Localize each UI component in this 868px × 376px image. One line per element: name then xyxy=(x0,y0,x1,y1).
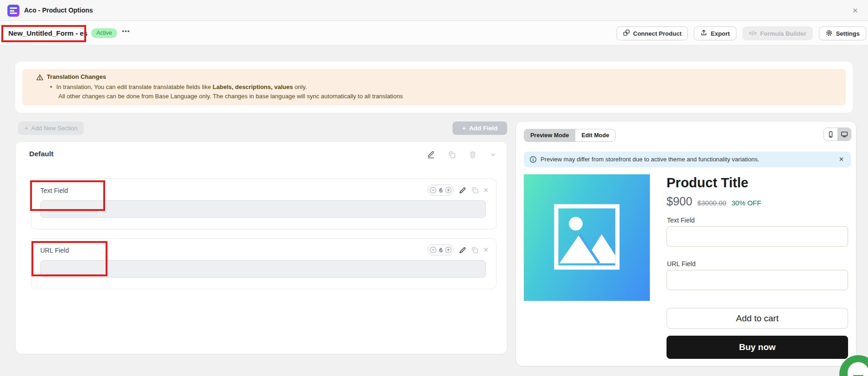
settings-gear-icon xyxy=(825,29,833,38)
discount-badge: 30% OFF xyxy=(731,199,761,207)
plus-icon: + xyxy=(462,125,466,132)
preview-panel: Preview Mode Edit Mode Preview may diffe… xyxy=(516,121,856,366)
text-field-input[interactable] xyxy=(40,200,486,218)
delete-trash-icon[interactable] xyxy=(469,151,477,159)
preview-text-field-input[interactable] xyxy=(667,226,848,247)
duplicate-icon[interactable] xyxy=(448,151,456,159)
url-field-input[interactable] xyxy=(40,260,486,278)
mobile-icon[interactable] xyxy=(824,128,837,140)
field-label: URL Field xyxy=(40,247,69,254)
connect-icon xyxy=(623,29,630,38)
desktop-icon[interactable] xyxy=(837,128,851,140)
mode-tabs: Preview Mode Edit Mode xyxy=(524,129,616,142)
width-value: 6 xyxy=(439,247,442,254)
field-label: Text Field xyxy=(40,187,68,194)
field-row-text-field: Text Field 6 ✕ xyxy=(31,178,497,229)
bullet-icon: • xyxy=(50,83,52,90)
info-text: Preview may differ from storefront due t… xyxy=(541,152,759,167)
edit-pencil-icon[interactable] xyxy=(427,150,435,159)
add-new-section-button[interactable]: + Add New Section xyxy=(18,121,84,135)
section-title: Default xyxy=(29,150,54,158)
preview-field-label: Text Field xyxy=(667,217,695,224)
plus-stepper-icon[interactable] xyxy=(445,186,452,194)
device-toggle xyxy=(824,127,851,141)
warning-icon xyxy=(36,74,44,83)
field-controls: 6 ✕ xyxy=(428,244,489,255)
top-bar: Aco - Product Options ✕ xyxy=(0,0,868,21)
app-logo-icon xyxy=(7,5,19,17)
plus-icon: + xyxy=(25,125,28,132)
edit-pencil-icon[interactable] xyxy=(459,186,466,194)
remove-field-icon[interactable]: ✕ xyxy=(483,247,489,253)
translation-warning-banner: Translation Changes •In translation, You… xyxy=(22,69,846,105)
add-field-button[interactable]: + Add Field xyxy=(453,121,507,135)
status-badge: Active xyxy=(91,28,117,38)
more-options-button[interactable]: ⋯ xyxy=(122,26,130,36)
image-placeholder-icon xyxy=(553,203,621,273)
price-row: $900 $3000.00 30% OFF xyxy=(667,195,761,208)
banner-line-2: All other changes can be done from Base … xyxy=(58,93,403,100)
page-header: New_Untitled_Form - es Active ⋯ Connect … xyxy=(0,21,868,45)
section-actions xyxy=(427,150,497,159)
add-to-cart-button[interactable]: Add to cart xyxy=(667,308,848,329)
connect-product-button[interactable]: Connect Product xyxy=(616,26,688,40)
header-actions: Connect Product Export </> Formula Build… xyxy=(616,26,866,40)
edit-pencil-icon[interactable] xyxy=(459,246,466,254)
section-card-default: Default Text Field 6 ✕ xyxy=(15,141,507,354)
width-stepper: 6 xyxy=(428,244,454,255)
banner-card: Translation Changes •In translation, You… xyxy=(15,62,853,113)
width-value: 6 xyxy=(439,187,442,194)
settings-button[interactable]: Settings xyxy=(819,26,866,40)
product-title: Product Title xyxy=(667,175,748,191)
app-window: Aco - Product Options ✕ New_Untitled_For… xyxy=(0,0,868,376)
code-icon: </> xyxy=(749,30,757,37)
preview-url-field-input[interactable] xyxy=(667,270,848,290)
formula-builder-button[interactable]: </> Formula Builder xyxy=(742,26,813,40)
chevron-down-icon[interactable] xyxy=(490,151,497,158)
duplicate-icon[interactable] xyxy=(471,186,478,194)
price: $900 xyxy=(667,195,692,208)
banner-title: Translation Changes xyxy=(47,73,106,80)
info-icon xyxy=(529,156,537,165)
minus-stepper-icon[interactable] xyxy=(429,246,437,254)
export-button[interactable]: Export xyxy=(694,26,736,40)
product-image-placeholder xyxy=(524,174,650,301)
duplicate-icon[interactable] xyxy=(471,246,478,254)
field-row-url-field: URL Field 6 ✕ xyxy=(31,238,497,289)
app-title: Aco - Product Options xyxy=(24,0,93,21)
compare-at-price: $3000.00 xyxy=(698,199,727,207)
width-stepper: 6 xyxy=(428,185,454,196)
minus-stepper-icon[interactable] xyxy=(429,186,437,194)
banner-line-1: •In translation, You can edit translate … xyxy=(50,83,307,90)
preview-field-label: URL Field xyxy=(667,260,696,268)
preview-info-banner: Preview may differ from storefront due t… xyxy=(524,152,851,167)
dismiss-icon[interactable]: ✕ xyxy=(839,152,844,167)
buy-now-button[interactable]: Buy now xyxy=(667,336,848,359)
plus-stepper-icon[interactable] xyxy=(445,246,452,254)
form-name-title[interactable]: New_Untitled_Form - es xyxy=(8,21,88,45)
remove-field-icon[interactable]: ✕ xyxy=(483,187,489,193)
tab-edit-mode[interactable]: Edit Mode xyxy=(575,129,615,141)
field-controls: 6 ✕ xyxy=(428,185,489,196)
export-icon xyxy=(700,29,707,38)
close-icon[interactable]: ✕ xyxy=(852,0,858,21)
tab-preview-mode[interactable]: Preview Mode xyxy=(524,129,575,141)
